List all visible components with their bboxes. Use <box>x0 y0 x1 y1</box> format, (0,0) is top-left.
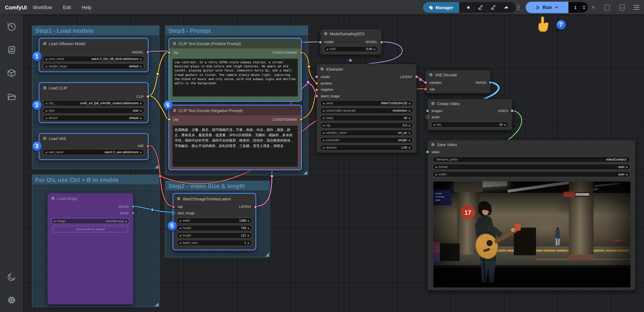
group-title[interactable]: Step2 - Video Size & length <box>166 181 270 190</box>
port-clip-input[interactable] <box>168 51 171 54</box>
port-latent-image-input[interactable] <box>315 94 318 98</box>
port-model-input[interactable] <box>319 41 322 44</box>
negative-prompt-textarea[interactable]: 色调艳丽，过曝，静态，细节模糊不清，字幕，风格，作品，画作，画面，静止，整体发灰… <box>172 126 298 167</box>
widget-codec[interactable]: ◀codecauto▶ <box>432 171 630 177</box>
node-modelsampling-sd3[interactable]: ModelSamplingSD3 modelMODEL ◀shift5.00▶ <box>320 29 382 55</box>
widget-batch-size[interactable]: ◀batch_size1▶ <box>177 240 252 246</box>
port-model-output[interactable] <box>380 41 383 44</box>
app-logo[interactable]: ComfyUI <box>5 0 27 15</box>
settings-gear-icon[interactable] <box>6 295 16 305</box>
prev-icon[interactable]: ◀ <box>322 146 324 149</box>
prev-icon[interactable]: ◀ <box>45 151 47 154</box>
next-icon[interactable]: ▶ <box>409 102 411 105</box>
prev-icon[interactable]: ◀ <box>326 47 328 50</box>
prev-icon[interactable]: ◀ <box>322 109 324 112</box>
widget-control-after-generate[interactable]: ◀control after generaterandomize▶ <box>320 108 413 114</box>
node-wan22-image-to-video-latent[interactable]: Wan22ImageToVideoLatent vaeLATENT start_… <box>172 193 256 251</box>
port-start-image-input[interactable] <box>172 212 175 215</box>
widget-format[interactable]: ◀formatauto▶ <box>432 164 630 170</box>
port-vae-output[interactable] <box>146 145 149 148</box>
next-icon[interactable]: ▶ <box>248 227 250 230</box>
port-positive-input[interactable] <box>315 82 318 85</box>
prev-icon[interactable]: ◀ <box>435 173 437 176</box>
vacuum-icon[interactable] <box>478 4 483 10</box>
widget-seed[interactable]: ◀seed898471028164125▶ <box>320 100 413 106</box>
widget-fps[interactable]: ◀fps24▶ <box>431 121 509 128</box>
node-save-video[interactable]: Save Video video filename_prefixvideo/Co… <box>427 140 636 291</box>
node-create-video[interactable]: Create Video imagesVIDEO audio ◀fps24▶ <box>427 98 513 131</box>
next-icon[interactable]: ▶ <box>409 109 411 112</box>
next-icon[interactable]: ▶ <box>626 165 628 168</box>
widget-unet-name[interactable]: ◀unet_namewan2.2_ti2v_5B_fp16.safetensor… <box>43 56 144 62</box>
port-negative-input[interactable] <box>315 88 318 91</box>
next-icon[interactable]: ▶ <box>248 219 250 222</box>
collapse-dot[interactable] <box>173 109 176 112</box>
share-icon[interactable] <box>503 4 509 10</box>
next-icon[interactable]: ▶ <box>626 173 628 176</box>
next-icon[interactable]: ▶ <box>140 109 142 112</box>
next-icon[interactable]: ▶ <box>409 131 411 134</box>
port-video-output[interactable] <box>510 109 514 112</box>
port-model-input[interactable] <box>315 75 318 78</box>
prev-icon[interactable]: ◀ <box>322 124 324 127</box>
prev-icon[interactable]: ◀ <box>45 65 47 68</box>
prev-icon[interactable]: ◀ <box>179 234 181 237</box>
next-icon[interactable]: ▶ <box>125 220 127 223</box>
hamburger-menu-icon[interactable] <box>632 0 640 15</box>
positive-prompt-textarea[interactable]: Low contrast. In a retro 1970s-style sub… <box>172 59 298 96</box>
star-icon[interactable]: ★ <box>466 4 470 10</box>
prev-icon[interactable]: ◀ <box>435 165 437 168</box>
port-latent-output[interactable] <box>415 75 418 78</box>
port-samples-input[interactable] <box>424 81 427 84</box>
toolbar-drag-handle[interactable] <box>517 5 520 10</box>
collapse-dot[interactable] <box>177 197 180 200</box>
prev-icon[interactable]: ◀ <box>322 139 324 142</box>
theme-toggle-moon-icon[interactable] <box>7 273 16 282</box>
node-clip-text-encode-positive[interactable]: CLIP Text Encode (Positive Prompt) clipC… <box>168 38 302 102</box>
next-icon[interactable]: ▶ <box>140 116 142 119</box>
prev-icon[interactable]: ◀ <box>179 241 181 244</box>
next-icon[interactable]: ▶ <box>140 102 142 105</box>
next-icon[interactable]: ▶ <box>248 241 250 244</box>
collapse-dot[interactable] <box>431 143 434 146</box>
widget-sampler-name[interactable]: ◀sampler_nameuni_pc▶ <box>320 130 413 136</box>
prev-icon[interactable]: ◀ <box>45 109 47 112</box>
widget-weight-dtype[interactable]: ◀weight_dtypedefault▶ <box>43 63 144 69</box>
prev-icon[interactable]: ◀ <box>45 116 47 119</box>
node-load-clip[interactable]: Load CLIP CLIP ◀clip_...umt5_xxl_fp8_e4m… <box>39 82 149 123</box>
port-conditioning-output[interactable] <box>299 118 302 121</box>
next-icon[interactable]: ▶ <box>140 57 142 60</box>
bottom-panel-toggle-icon[interactable] <box>618 0 626 15</box>
next-icon[interactable]: ▶ <box>409 124 411 127</box>
widget-filename-prefix[interactable]: filename_prefixvideo/ComfyUI <box>432 156 630 163</box>
next-icon[interactable]: ▶ <box>409 116 411 119</box>
widget-clip-name[interactable]: ◀clip_...umt5_xxl_fp8_e4m3fn_scaled.safe… <box>43 100 144 106</box>
widget-scheduler[interactable]: ◀schedulersimple▶ <box>320 137 413 143</box>
prev-icon[interactable]: ◀ <box>322 116 324 119</box>
widget-steps[interactable]: ◀steps30▶ <box>320 115 413 121</box>
workflows-folder-icon[interactable] <box>7 92 16 102</box>
next-icon[interactable]: ▶ <box>409 146 411 149</box>
port-vae-input[interactable] <box>424 87 427 91</box>
port-audio-input[interactable] <box>426 115 429 118</box>
widget-device[interactable]: ◀devicedefault▶ <box>43 115 144 121</box>
node-load-image-bypassed[interactable]: Load Image IMAGE MASK ◀imageexample.png▶… <box>47 193 134 305</box>
port-mask-output[interactable] <box>131 212 134 215</box>
prev-icon[interactable]: ◀ <box>433 123 435 126</box>
node-ksampler[interactable]: KSampler modelLATENT positive negative l… <box>316 63 417 153</box>
collapse-dot[interactable] <box>51 197 54 200</box>
port-image-output[interactable] <box>489 81 492 84</box>
chevron-down-icon[interactable] <box>554 5 558 9</box>
next-icon[interactable]: ▶ <box>140 65 142 68</box>
port-video-input[interactable] <box>426 150 429 153</box>
prev-icon[interactable]: ◀ <box>179 227 181 230</box>
model-library-icon[interactable] <box>7 68 16 78</box>
widget-cfg[interactable]: ◀cfg5.0▶ <box>320 122 413 129</box>
widget-width[interactable]: ◀width1280▶ <box>177 218 252 224</box>
widget-shift[interactable]: ◀shift5.00▶ <box>324 46 378 52</box>
next-icon[interactable]: ▶ <box>140 151 142 154</box>
prev-icon[interactable]: ◀ <box>322 131 324 134</box>
collapse-dot[interactable] <box>43 42 46 45</box>
next-icon[interactable]: ▶ <box>374 47 376 50</box>
group-title[interactable]: Step1 - Load models <box>32 26 159 35</box>
